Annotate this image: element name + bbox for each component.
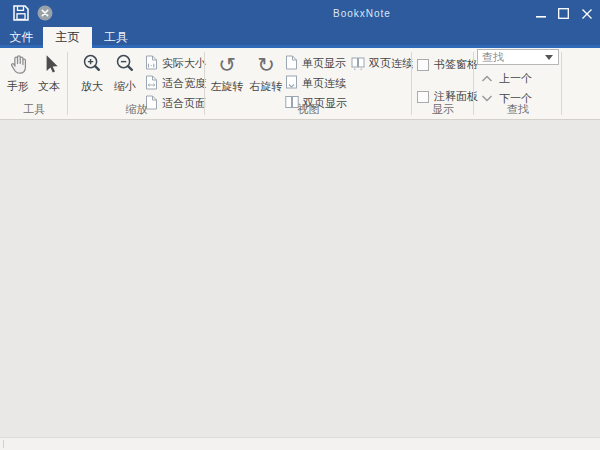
status-bar [0,437,600,450]
single-page-label: 单页显示 [302,56,346,71]
ribbon: 手形 文本 工具 放大 [0,48,600,120]
rotate-right-button[interactable]: ↻ 右旋转 [248,51,284,94]
save-icon[interactable] [12,4,30,22]
tab-file[interactable]: 文件 [0,27,43,48]
bookmark-pane-label: 书签窗格 [434,57,478,72]
group-zoom: 放大 缩小 实际大小 [68,48,205,119]
title-bar: BookxNote [0,0,600,27]
zoom-in-label: 放大 [81,79,103,94]
group-find: 查找 上一个 下一个 查找 [474,48,562,119]
chevron-up-icon [481,73,493,85]
group-label-view: 视图 [205,102,412,117]
tab-home[interactable]: 主页 [43,27,92,48]
group-label-tools: 工具 [0,102,68,117]
find-previous-button[interactable]: 上一个 [481,71,532,86]
window-controls [529,0,598,27]
text-cursor-icon [37,51,62,78]
two-continuous-icon [351,55,365,72]
minimize-icon[interactable] [529,0,552,27]
rotate-left-icon: ↺ [218,51,236,78]
single-continuous-icon [285,75,298,92]
single-page-icon [285,55,298,72]
fit-width-button[interactable]: 适合宽度 [145,73,206,93]
window-title: BookxNote [333,8,391,19]
find-input[interactable]: 查找 [478,50,545,65]
text-select-label: 文本 [38,79,60,94]
rotate-left-label: 左旋转 [211,79,244,94]
chevron-down-icon[interactable] [545,55,553,60]
zoom-in-icon [80,51,105,78]
text-select-button[interactable]: 文本 [31,51,67,94]
group-label-find: 查找 [474,102,562,117]
ribbon-tab-bar: 文件 主页 工具 [0,27,600,48]
actual-size-button[interactable]: 实际大小 [145,53,206,73]
single-continuous-label: 单页连续 [302,76,346,91]
single-page-button[interactable]: 单页显示 [285,53,347,73]
hand-tool-label: 手形 [7,79,29,94]
zoom-out-label: 缩小 [114,79,136,94]
two-continuous-button[interactable]: 双页连续 [351,53,413,73]
rotate-right-label: 右旋转 [250,79,283,94]
actual-size-label: 实际大小 [162,56,206,71]
hand-icon [6,51,31,78]
zoom-out-icon [113,51,138,78]
annotation-panel-checkbox[interactable] [417,91,429,103]
bookmark-pane-toggle[interactable]: 书签窗格 [417,57,478,72]
two-continuous-label: 双页连续 [369,56,413,71]
document-canvas[interactable] [0,121,600,437]
maximize-icon[interactable] [552,0,575,27]
rotate-left-button[interactable]: ↺ 左旋转 [209,51,245,94]
status-divider [3,440,4,448]
close-icon[interactable] [575,0,598,27]
group-label-display: 显示 [412,102,474,117]
single-continuous-button[interactable]: 单页连续 [285,73,347,93]
group-view: ↺ 左旋转 ↻ 右旋转 单页显示 [205,48,412,119]
rotate-right-icon: ↻ [257,51,275,78]
tab-tools[interactable]: 工具 [92,27,140,48]
group-label-zoom: 缩放 [68,102,205,117]
bookmark-pane-checkbox[interactable] [417,59,429,71]
find-previous-label: 上一个 [499,71,532,86]
close-circle-icon[interactable] [37,5,53,21]
group-tools: 手形 文本 工具 [0,48,68,119]
fit-width-label: 适合宽度 [162,76,206,91]
fit-width-icon [145,75,158,92]
zoom-in-button[interactable]: 放大 [74,51,110,94]
group-display: 书签窗格 注释面板 显示 [412,48,474,119]
zoom-out-button[interactable]: 缩小 [107,51,143,94]
actual-size-icon [145,55,158,72]
find-combobox[interactable]: 查找 [477,49,559,65]
